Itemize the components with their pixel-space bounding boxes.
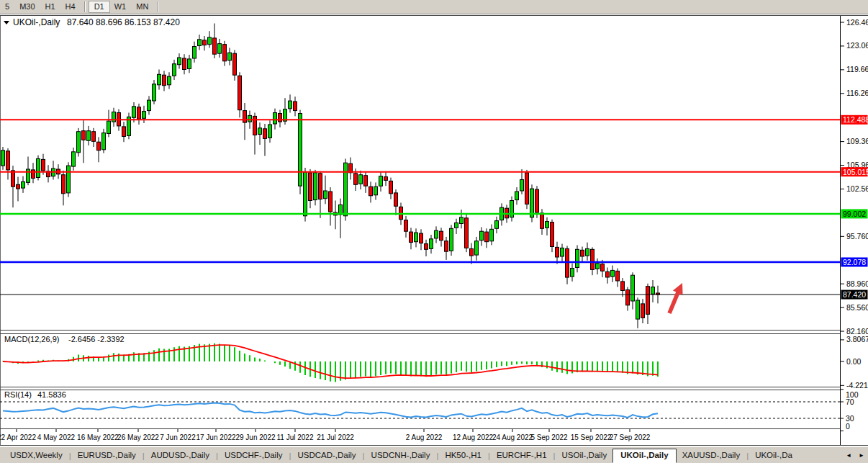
bull-candle — [515, 192, 519, 200]
bear-candle — [591, 249, 595, 269]
tab-usdx-weekly[interactable]: USDX,Weekly — [4, 449, 68, 462]
tab-xauusd-daily[interactable]: XAUUSD-,Daily — [677, 449, 746, 462]
bull-candle — [480, 231, 484, 241]
bull-candle — [77, 132, 81, 153]
chart-tabs: USDX,Weekly|EURUSD-,Daily|AUDUSD-,Daily|… — [0, 449, 868, 463]
bear-candle — [626, 290, 630, 305]
timeframe-button-w1[interactable]: W1 — [109, 1, 132, 12]
tab-hk50-h1[interactable]: HK50-,H1 — [439, 449, 487, 462]
tab-audusd-daily[interactable]: AUDUSD-,Daily — [145, 449, 215, 462]
chart-canvas[interactable]: 126.460123.060119.660116.260109.360105.9… — [0, 0, 868, 463]
macd-pane[interactable] — [3, 343, 658, 382]
rsi-indicator-value: 41.5836 — [37, 390, 66, 399]
tab-ukoil-daily[interactable]: UKOil-,Daily — [612, 449, 676, 463]
price-tick-label: 82.160 — [846, 327, 868, 336]
date-label: 29 Jun 2022 — [235, 433, 275, 441]
bear-candle — [279, 114, 282, 122]
bear-candle — [616, 271, 620, 281]
bear-candle — [601, 264, 605, 271]
bull-candle — [158, 74, 161, 85]
bear-candle — [97, 142, 101, 150]
timeframe-button-h1[interactable]: H1 — [40, 1, 60, 12]
bull-candle — [430, 239, 433, 249]
bear-candle — [82, 131, 86, 140]
timeframe-button-5[interactable]: 5 — [0, 1, 14, 12]
bull-candle — [193, 47, 196, 59]
date-label: 21 Jul 2022 — [317, 433, 354, 441]
macd-tick-label: 3.8067 — [846, 335, 868, 343]
bull-candle — [178, 58, 181, 65]
bull-candle — [67, 166, 71, 193]
price-level-badge-label: 99.002 — [843, 210, 866, 218]
bull-candle — [571, 269, 574, 277]
tab-eurchf-h1[interactable]: EURCHF-,H1 — [491, 449, 553, 462]
bear-candle — [646, 287, 650, 315]
bull-candle — [1, 150, 5, 166]
price-tick-label: 102.560 — [846, 184, 868, 193]
bear-candle — [581, 250, 584, 256]
timeframe-toolbar: 5M30H1H4D1W1MN — [0, 0, 868, 14]
timeframe-button-group: 5M30H1H4D1W1MN — [0, 1, 162, 12]
bull-candle — [631, 275, 635, 301]
rsi-pane[interactable] — [0, 402, 841, 418]
tab-usoil-daily[interactable]: USOil-,Daily — [556, 449, 613, 462]
date-label: 12 Aug 2022 — [453, 433, 494, 441]
price-tick-label: 109.360 — [846, 137, 868, 145]
up-arrow-icon[interactable] — [667, 283, 682, 314]
bear-candle — [294, 102, 297, 111]
bull-candle — [435, 230, 438, 238]
date-label: 27 Sep 2022 — [610, 433, 651, 441]
bear-candle — [394, 193, 398, 206]
bear-candle — [62, 175, 65, 194]
bear-candle — [551, 222, 554, 247]
chart-tab-bar: USDX,Weekly|EURUSD-,Daily|AUDUSD-,Daily|… — [0, 446, 868, 463]
bull-candle — [87, 131, 91, 141]
bull-candle — [596, 264, 600, 269]
bear-candle — [384, 177, 388, 181]
bull-candle — [228, 53, 232, 60]
bull-candle — [379, 176, 383, 186]
bull-candle — [299, 114, 302, 186]
tab-usdcad-daily[interactable]: USDCAD-,Daily — [291, 449, 361, 462]
tab-scroll-left-icon[interactable]: ◄ — [842, 452, 855, 459]
tab-ukoil-da[interactable]: UKOil-,Da — [749, 449, 798, 462]
arrow-annotation-layer[interactable] — [667, 283, 682, 314]
bull-candle — [611, 270, 615, 277]
tab-usdchf-daily[interactable]: USDCHF-,Daily — [219, 449, 289, 462]
date-label: 17 Jun 2022 — [196, 433, 235, 441]
bull-candle — [586, 248, 589, 256]
level-lines-layer[interactable] — [0, 120, 841, 295]
bull-candle — [520, 180, 524, 192]
timeframe-button-mn[interactable]: MN — [131, 1, 153, 12]
bull-candle — [304, 172, 307, 216]
bear-candle — [329, 192, 333, 212]
symbol-dropdown-icon[interactable] — [4, 21, 9, 24]
bear-candle — [137, 107, 141, 120]
macd-indicator-values: -2.6456 -2.3392 — [68, 335, 125, 343]
timeframe-button-h4[interactable]: H4 — [60, 1, 81, 12]
candles-layer[interactable] — [1, 24, 660, 328]
tab-eurusd-daily[interactable]: EURUSD-,Daily — [72, 449, 142, 462]
tab-scroll-right-icon[interactable]: ► — [855, 452, 868, 459]
rsi-line — [3, 403, 658, 418]
bear-candle — [122, 127, 126, 137]
bull-candle — [273, 113, 277, 125]
macd-indicator-label: MACD(12,26,9) — [4, 335, 59, 343]
bull-candle — [173, 64, 176, 76]
bear-candle — [238, 76, 242, 110]
bull-candle — [153, 84, 156, 101]
bear-candle — [404, 220, 408, 232]
date-axis[interactable]: 22 Apr 20224 May 202216 May 202226 May 2… — [0, 429, 651, 441]
price-level-badge-label: 92.078 — [843, 258, 866, 266]
date-label: 7 Jun 2022 — [160, 433, 196, 441]
price-level-badge-label: 105.015 — [843, 168, 868, 176]
bear-candle — [233, 53, 237, 75]
timeframe-button-m30[interactable]: M30 — [14, 1, 40, 12]
price-tick-label: 116.260 — [846, 89, 868, 97]
macd-tick-label: -4.221 — [846, 381, 868, 390]
bear-candle — [525, 173, 529, 204]
price-tick-label: 85.560 — [846, 303, 868, 312]
bull-candle — [168, 76, 171, 85]
timeframe-button-d1[interactable]: D1 — [89, 1, 109, 12]
tab-usdcnh-daily[interactable]: USDCNH-,Daily — [366, 449, 436, 462]
